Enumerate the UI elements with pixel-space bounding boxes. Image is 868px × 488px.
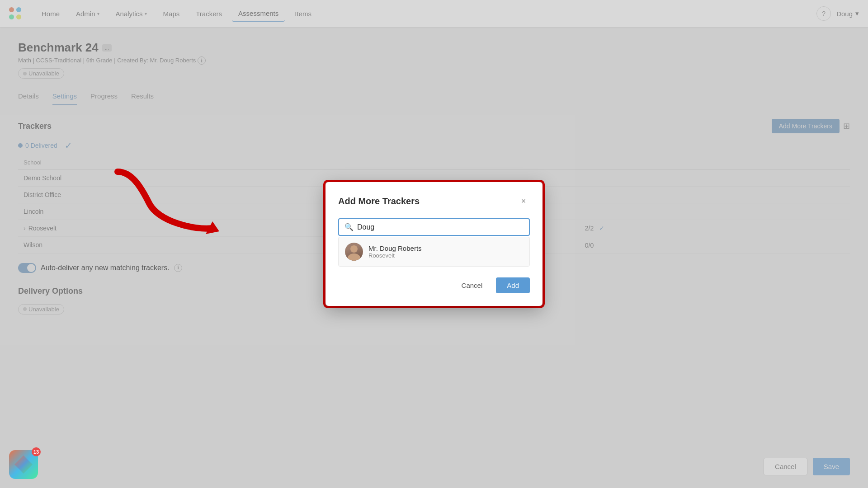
avatar-image <box>345 243 363 261</box>
modal-close-button[interactable]: × <box>517 195 530 207</box>
search-input[interactable] <box>357 223 524 231</box>
result-info: Mr. Doug Roberts Roosevelt <box>368 244 422 259</box>
result-name: Mr. Doug Roberts <box>368 244 422 252</box>
add-trackers-modal: Add More Trackers × 🔍 Mr. Doug Roberts R… <box>326 182 542 306</box>
svg-marker-0 <box>206 221 219 234</box>
search-icon: 🔍 <box>344 223 354 231</box>
annotation-arrow <box>104 158 231 241</box>
search-box: 🔍 <box>338 218 530 236</box>
app-icon: 13 <box>9 450 38 479</box>
list-item[interactable]: Mr. Doug Roberts Roosevelt <box>339 237 529 266</box>
result-subtitle: Roosevelt <box>368 252 422 259</box>
app-launcher[interactable]: 13 <box>9 450 38 479</box>
app-badge: 13 <box>32 447 41 456</box>
avatar <box>345 243 363 261</box>
app-icon-graphic <box>14 455 33 474</box>
modal-title: Add More Trackers <box>338 196 420 206</box>
add-button[interactable]: Add <box>496 277 530 293</box>
search-results-list: Mr. Doug Roberts Roosevelt <box>338 237 530 267</box>
cancel-button[interactable]: Cancel <box>453 277 492 293</box>
modal-overlay: Add More Trackers × 🔍 Mr. Doug Roberts R… <box>0 0 868 488</box>
modal-header: Add More Trackers × <box>338 195 530 207</box>
modal-footer: Cancel Add <box>338 277 530 293</box>
modal-container: Add More Trackers × 🔍 Mr. Doug Roberts R… <box>323 180 545 308</box>
